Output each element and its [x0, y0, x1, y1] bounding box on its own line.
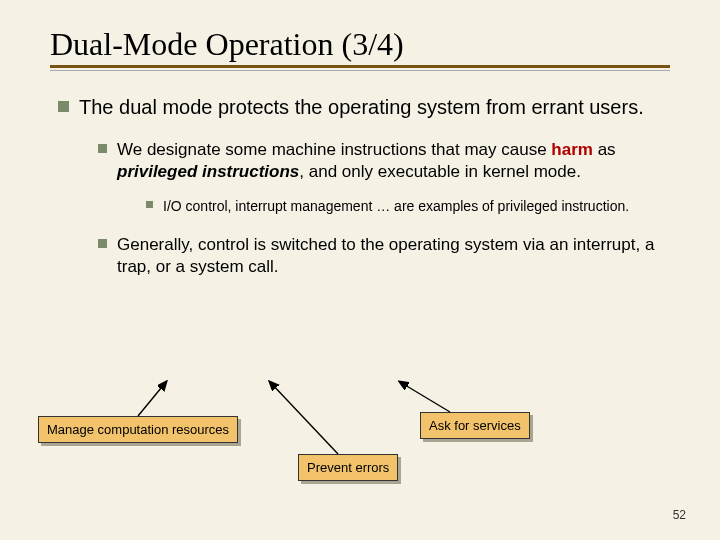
arrows-svg	[0, 0, 720, 540]
slide: Dual-Mode Operation (3/4) The dual mode …	[0, 0, 720, 540]
arrow-system-call	[400, 382, 450, 412]
page-number: 52	[673, 508, 686, 522]
arrow-trap	[270, 382, 338, 454]
arrow-interrupt	[138, 382, 166, 416]
